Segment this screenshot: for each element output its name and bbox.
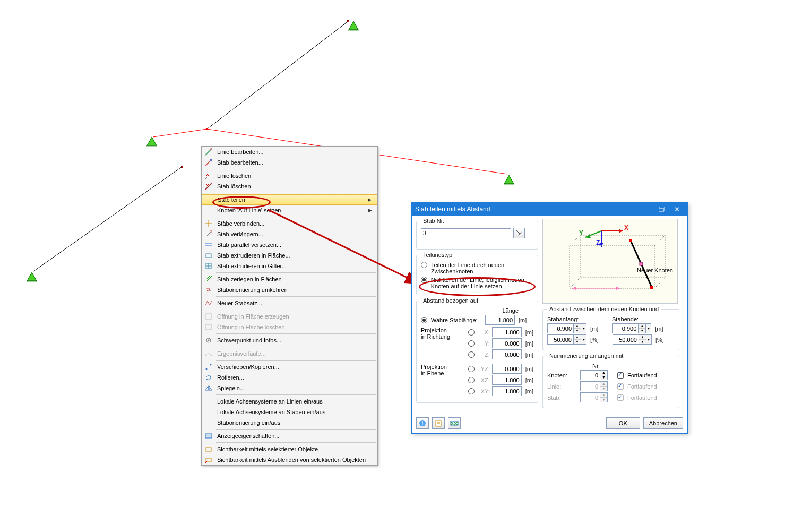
menu-verschieben[interactable]: Verschieben/Kopieren... [202,362,377,372]
close-button[interactable]: ✕ [669,204,684,214]
svg-rect-29 [206,254,211,258]
len-y[interactable] [492,338,522,348]
linie-label: Linie: [547,383,578,390]
menu-stab-teilen[interactable]: Stab teilen ▶ [202,194,377,205]
support-right[interactable] [503,174,515,185]
menu-label: Anzeigeeigenschaften... [215,433,375,439]
menu-rotieren[interactable]: Rotieren... [202,372,377,383]
support-top[interactable] [348,20,359,31]
menu-linie-bearbeiten[interactable]: Linie bearbeiten... [202,147,377,157]
restore-icon [659,207,666,212]
menu-stab-verlaengern[interactable]: Stab verlängern... [202,229,377,239]
node-center[interactable] [206,128,208,130]
help-button[interactable]: i [416,417,429,429]
radio-label: Nichtteilen der Linie, lediglich neuen K… [431,277,533,289]
menu-label: Linie bearbeiten... [215,149,375,155]
pick-member-button[interactable] [513,228,525,238]
len-xy[interactable] [492,386,522,396]
ende-m[interactable] [612,323,639,333]
svg-line-1 [153,129,207,137]
menu-linie-loeschen[interactable]: Linie löschen [202,170,377,181]
menu-label: Stab extrudieren in Fläche... [215,252,375,259]
axis-label: X: [478,329,490,336]
svg-line-36 [208,301,210,305]
svg-marker-48 [209,386,212,390]
cancel-button[interactable]: Abbrechen [643,417,683,429]
group-legend: Abstand bezogen auf [421,297,480,304]
menu-knoten-auf-linie[interactable]: Knoten 'Auf Linie' setzen ▶ [202,205,377,216]
knoten-nr[interactable] [580,370,600,380]
group-stabnr: Stab Nr. [416,221,538,250]
svg-marker-57 [619,229,623,233]
radio-x[interactable]: X: [m] [454,327,533,337]
memberset-icon [204,299,213,307]
axis-label: Y: [478,340,490,347]
len-xz[interactable] [492,375,522,385]
node-midleft[interactable] [181,166,183,168]
anfang-m[interactable] [547,323,574,333]
connect-icon [204,219,213,228]
len-yz[interactable] [492,364,522,374]
menu-label: Stab teilen [215,196,368,203]
menu-anzeige[interactable]: Anzeigeeigenschaften... [202,431,377,441]
svg-point-13 [210,148,212,150]
len-z[interactable] [492,349,522,359]
dialog-titlebar[interactable]: Stab teilen mittels Abstand ✕ [412,203,687,216]
menu-sichtbarkeit-sel[interactable]: Sichtbarkeit mittels selektierter Objekt… [202,444,377,454]
menu-spiegeln[interactable]: Spiegeln... [202,383,377,393]
edit-line-icon [204,148,213,156]
support-lowerleft[interactable] [26,271,38,282]
radio-y[interactable]: Y: [m] [454,338,533,348]
menu-neuer-stabsatz[interactable]: Neuer Stabsatz... [202,298,377,308]
check-label: Fortlaufend [627,394,657,401]
menu-stabor-einaus[interactable]: Staborientierung ein/aus [202,417,377,428]
menu-stab-bearbeiten[interactable]: Stab bearbeiten... [202,157,377,168]
menu-stabor-umkehren[interactable]: Staborientierung umkehren [202,285,377,295]
default-button[interactable] [432,417,445,429]
menu-label: Knoten 'Auf Linie' setzen [215,207,368,213]
menu-staebe-verbinden[interactable]: Stäbe verbinden... [202,218,377,229]
graphic-label: Neuer Knoten [637,267,673,273]
fortlaufend-linie [617,383,624,390]
unit-label: [m] [525,351,533,358]
menu-achsen-staebe[interactable]: Lokale Achsensysteme an Stäben ein/aus [202,407,377,417]
menu-oeffnung-erzeugen: Öffnung in Fläche erzeugen [202,311,377,322]
len-x[interactable] [492,327,522,337]
group-legend: Stab Nr. [421,218,446,224]
menu-label: Stab extrudieren in Gitter... [215,263,375,269]
support-left[interactable] [146,136,158,147]
menu-oeffnung-loeschen: Öffnung in Fläche löschen [202,322,377,332]
radio-yz[interactable]: YZ: [m] [454,364,533,374]
units-button[interactable]: 0.00 [448,417,461,429]
fortlaufend-knoten[interactable] [617,372,624,379]
radio-z[interactable]: Z: [m] [454,349,533,359]
stabnr-input[interactable] [421,228,511,238]
menu-extrudieren-flaeche[interactable]: Stab extrudieren in Fläche... [202,250,377,261]
radio-xy[interactable]: XY: [m] [454,386,533,396]
laenge-wahre[interactable] [485,315,515,325]
delete-line-icon [204,171,213,180]
menu-ergebnisverlaeufe: Ergebnisverläufe... [202,348,377,359]
menu-stab-loeschen[interactable]: Stab löschen [202,181,377,192]
radio-xz[interactable]: XZ: [m] [454,375,533,385]
restore-button[interactable] [654,204,669,214]
check-label: Fortlaufend [627,372,657,379]
radio-wahre-stablaenge[interactable]: Wahre Stablänge: [m] [421,315,533,325]
menu-stab-parallel[interactable]: Stab parallel versetzen... [202,239,377,250]
svg-marker-71 [572,287,576,290]
axis-label: YZ: [478,366,490,372]
menu-sichtbarkeit-hide[interactable]: Sichtbarkeit mittels Ausblenden von sele… [202,454,377,465]
menu-label: Stab zerlegen in Flächen [215,276,375,282]
menu-schwerpunkt[interactable]: Schwerpunkt und Infos... [202,335,377,346]
ende-pct[interactable] [613,334,639,345]
rotate-icon [204,373,213,382]
ok-button[interactable]: OK [606,417,640,429]
radio-teilen-linie[interactable]: Teilen der Linie durch neuen Zwischenkno… [421,262,533,274]
menu-achsen-linien[interactable]: Lokale Achsensysteme an Linien ein/aus [202,396,377,407]
menu-stab-zerlegen[interactable]: Stab zerlegen in Flächen [202,274,377,285]
group-legend: Abstand zwischen dem neuen Knoten und [547,306,661,312]
menu-label: Sichtbarkeit mittels Ausblenden von sele… [215,457,375,463]
radio-nichtteilen[interactable]: Nichtteilen der Linie, lediglich neuen K… [421,277,533,289]
anfang-pct[interactable] [547,334,574,345]
menu-extrudieren-gitter[interactable]: Stab extrudieren in Gitter... [202,261,377,271]
